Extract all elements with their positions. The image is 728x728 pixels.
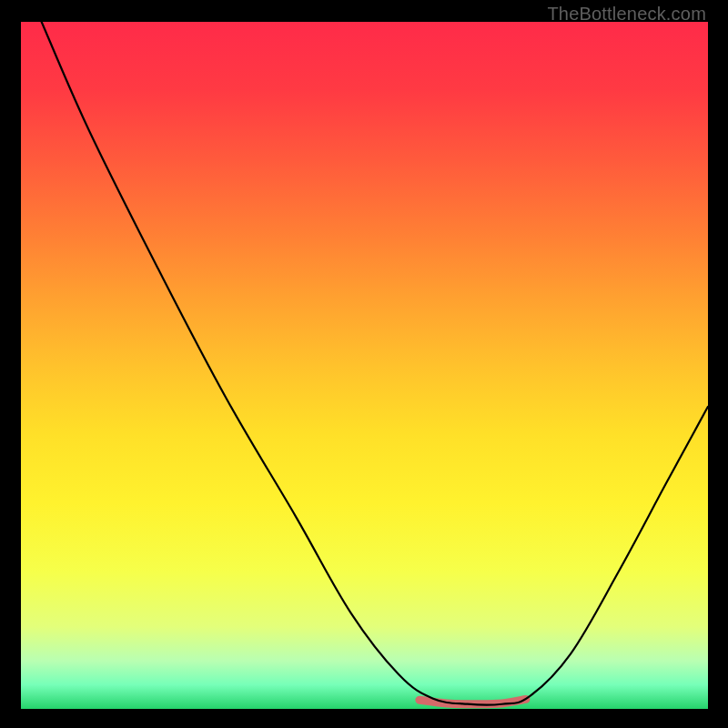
svg-rect-0 (21, 22, 708, 709)
watermark-text: TheBottleneck.com (547, 4, 706, 25)
background-gradient (21, 22, 708, 709)
chart-frame: TheBottleneck.com (0, 0, 728, 728)
plot-area (21, 22, 708, 709)
